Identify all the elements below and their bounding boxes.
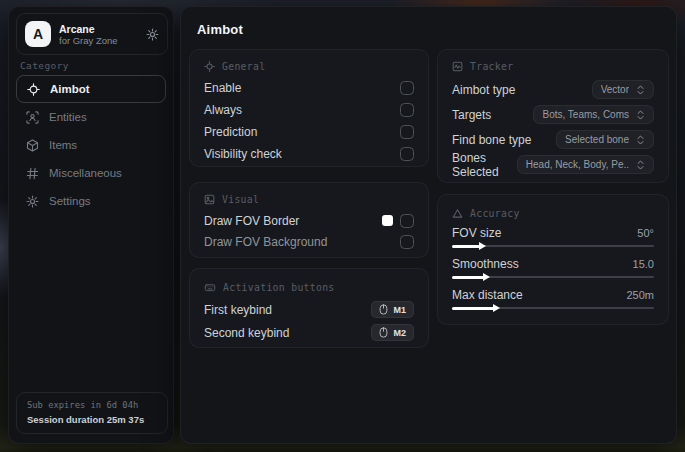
- setting-label: FOV size: [452, 226, 501, 240]
- draw-fov-background-checkbox[interactable]: [400, 235, 414, 249]
- setting-label: Bones Selected: [452, 151, 517, 179]
- section-title: Tracker: [470, 61, 513, 72]
- second-keybind-button[interactable]: M2: [371, 324, 414, 341]
- setting-row: Enable: [204, 77, 414, 99]
- slider-thumb[interactable]: [452, 307, 494, 310]
- app-logo: A: [25, 21, 51, 47]
- smoothness-value: 15.0: [633, 258, 654, 270]
- main-panel: Aimbot General Enable Always Predicti: [180, 6, 677, 444]
- always-checkbox[interactable]: [400, 103, 414, 117]
- setting-label: Second keybind: [204, 326, 289, 340]
- sidebar: A Arcane for Gray Zone Category: [8, 6, 174, 444]
- tracker-section: Tracker Aimbot type Vector Targets Bots,…: [437, 49, 669, 183]
- setting-label: Visibility check: [204, 147, 282, 161]
- setting-row: Max distance 250m: [452, 286, 654, 314]
- draw-fov-border-checkbox[interactable]: [400, 214, 414, 228]
- sidebar-item-label: Items: [49, 139, 77, 151]
- setting-row: Second keybind M2: [204, 321, 414, 344]
- sidebar-nav: Aimbot Entities: [16, 75, 166, 215]
- slider-thumb[interactable]: [452, 276, 484, 279]
- setting-row: Visibility check: [204, 143, 414, 165]
- sidebar-item-miscellaneous[interactable]: Miscellaneous: [16, 159, 166, 187]
- setting-row: Bones Selected Head, Neck, Body, Pe..: [452, 152, 654, 177]
- setting-row: First keybind M1: [204, 298, 414, 321]
- first-keybind-button[interactable]: M1: [371, 301, 414, 318]
- setting-label: Smoothness: [452, 257, 519, 271]
- app-name: Arcane: [59, 23, 118, 35]
- slider-thumb[interactable]: [452, 245, 480, 248]
- setting-row: Smoothness 15.0: [452, 255, 654, 283]
- setting-label: Always: [204, 103, 242, 117]
- setting-label: Draw FOV Border: [204, 214, 299, 228]
- smoothness-slider[interactable]: [452, 272, 654, 283]
- gear-icon: [26, 195, 39, 208]
- sidebar-item-label: Settings: [49, 195, 91, 207]
- setting-row: Prediction: [204, 121, 414, 143]
- category-label: Category: [20, 60, 69, 71]
- image-icon: [204, 194, 215, 205]
- bones-selected-dropdown[interactable]: Head, Neck, Body, Pe..: [517, 155, 654, 174]
- setting-row: Find bone type Selected bone: [452, 127, 654, 152]
- setting-label: Enable: [204, 81, 241, 95]
- fov-size-value: 50°: [637, 227, 654, 239]
- gear-icon[interactable]: [146, 28, 159, 41]
- fov-border-color-swatch[interactable]: [382, 215, 393, 226]
- app-window: A Arcane for Gray Zone Category: [0, 0, 685, 452]
- sidebar-item-label: Aimbot: [50, 83, 90, 95]
- accuracy-section: Accuracy FOV size 50° Smoothness 15.0: [437, 194, 669, 325]
- enable-checkbox[interactable]: [400, 81, 414, 95]
- tracker-icon: [452, 61, 463, 72]
- sidebar-item-settings[interactable]: Settings: [16, 187, 166, 215]
- setting-label: Targets: [452, 108, 491, 122]
- fov-size-slider[interactable]: [452, 241, 654, 252]
- section-title: Activation buttons: [223, 282, 335, 293]
- setting-row: Targets Bots, Teams, Coms: [452, 102, 654, 127]
- setting-row: Aimbot type Vector: [452, 77, 654, 102]
- unfold-icon: [636, 85, 645, 95]
- sidebar-item-entities[interactable]: Entities: [16, 103, 166, 131]
- setting-row: FOV size 50°: [452, 224, 654, 252]
- activation-buttons-section: Activation buttons First keybind M1 Seco…: [189, 268, 429, 348]
- dropdown-value: Selected bone: [565, 134, 629, 145]
- sub-expires-text: Sub expires in 6d 04h: [27, 400, 157, 410]
- unfold-icon: [636, 135, 645, 145]
- subscription-info: Sub expires in 6d 04h Session duration 2…: [16, 392, 168, 434]
- sidebar-item-label: Miscellaneous: [49, 167, 122, 179]
- targets-dropdown[interactable]: Bots, Teams, Coms: [533, 105, 654, 124]
- unfold-icon: [636, 160, 645, 170]
- setting-label: Find bone type: [452, 133, 531, 147]
- max-distance-value: 250m: [626, 289, 654, 301]
- keybind-value: M1: [393, 305, 406, 315]
- section-title: Visual: [222, 194, 259, 205]
- crosshair-icon: [204, 61, 215, 72]
- prediction-checkbox[interactable]: [400, 125, 414, 139]
- hash-icon: [26, 167, 39, 180]
- dropdown-value: Vector: [601, 84, 629, 95]
- crosshair-icon: [27, 83, 40, 96]
- general-section: General Enable Always Prediction Visibil…: [189, 49, 429, 167]
- setting-label: Max distance: [452, 288, 523, 302]
- section-title: General: [222, 61, 265, 72]
- visibility-check-checkbox[interactable]: [400, 147, 414, 161]
- entities-icon: [26, 111, 39, 124]
- app-header: A Arcane for Gray Zone: [16, 13, 168, 55]
- setting-label: Aimbot type: [452, 83, 515, 97]
- unfold-icon: [636, 110, 645, 120]
- setting-label: Prediction: [204, 125, 257, 139]
- sidebar-item-items[interactable]: Items: [16, 131, 166, 159]
- find-bone-type-dropdown[interactable]: Selected bone: [556, 130, 654, 149]
- setting-row: Draw FOV Border: [204, 210, 414, 231]
- cube-icon: [26, 139, 39, 152]
- keyboard-icon: [204, 282, 216, 293]
- setting-label: First keybind: [204, 303, 272, 317]
- aimbot-type-dropdown[interactable]: Vector: [592, 80, 654, 99]
- dropdown-value: Head, Neck, Body, Pe..: [526, 159, 629, 170]
- section-title: Accuracy: [470, 208, 520, 219]
- mouse-icon: [379, 327, 388, 338]
- setting-row: Draw FOV Background: [204, 231, 414, 252]
- session-duration-text: Session duration 25m 37s: [27, 414, 157, 425]
- max-distance-slider[interactable]: [452, 303, 654, 314]
- app-subtitle: for Gray Zone: [59, 35, 118, 46]
- setting-row: Always: [204, 99, 414, 121]
- sidebar-item-aimbot[interactable]: Aimbot: [16, 75, 166, 103]
